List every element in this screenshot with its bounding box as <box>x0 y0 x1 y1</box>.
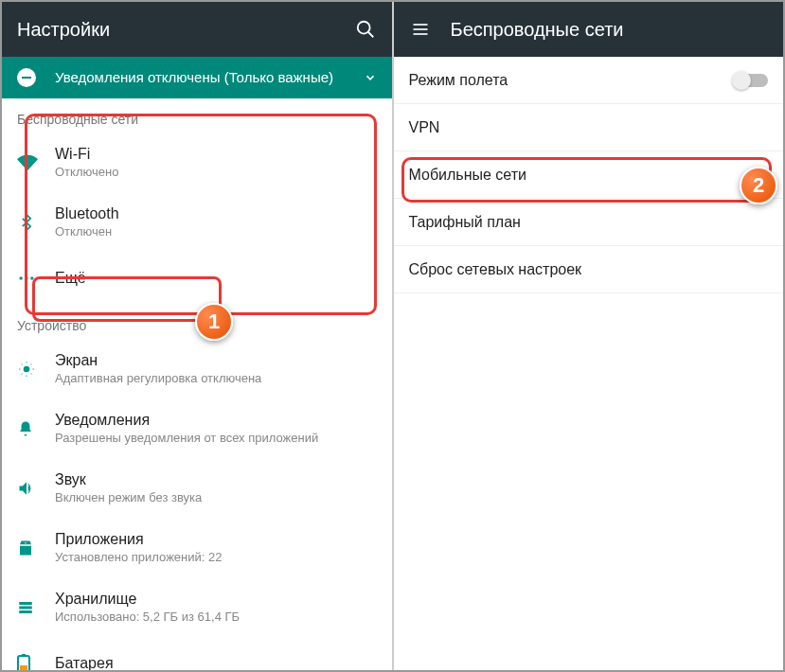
chevron-down-icon <box>364 71 377 84</box>
storage-label: Хранилище <box>55 591 377 608</box>
section-wireless: Беспроводные сети <box>2 98 392 133</box>
appbar-title-right: Беспроводные сети <box>451 19 769 41</box>
hamburger-icon[interactable] <box>409 18 432 41</box>
display-status: Адаптивная регулировка отключена <box>55 371 377 385</box>
more-label: Ещё <box>55 270 377 287</box>
row-bluetooth[interactable]: Bluetooth Отключен <box>2 192 392 252</box>
row-storage[interactable]: Хранилище Использовано: 5,2 ГБ из 61,4 Г… <box>2 577 392 637</box>
row-tariff[interactable]: Тарифный план <box>394 199 784 246</box>
row-vpn[interactable]: VPN <box>394 104 784 151</box>
svg-rect-8 <box>19 610 32 613</box>
svg-point-2 <box>20 276 23 279</box>
storage-icon <box>17 599 55 616</box>
row-apps[interactable]: Приложения Установлено приложений: 22 <box>2 518 392 577</box>
row-notifications[interactable]: Уведомления Разрешены уведомления от все… <box>2 398 392 458</box>
svg-rect-7 <box>19 606 32 609</box>
apps-status: Установлено приложений: 22 <box>55 550 377 564</box>
bell-icon <box>17 420 55 437</box>
row-network-reset[interactable]: Сброс сетевых настроек <box>394 246 784 293</box>
sound-status: Включен режим без звука <box>55 490 377 504</box>
svg-point-3 <box>25 276 27 279</box>
svg-rect-11 <box>20 665 27 670</box>
row-more[interactable]: Ещё <box>2 252 392 305</box>
wifi-icon <box>17 152 55 173</box>
callout-badge-2: 2 <box>740 167 777 204</box>
row-battery[interactable]: Батарея <box>2 637 392 670</box>
sound-icon <box>17 479 55 498</box>
notice-text: Уведомления отключены (Только важные) <box>55 68 356 87</box>
svg-point-5 <box>24 365 30 372</box>
minus-circle-icon <box>17 68 36 87</box>
apps-label: Приложения <box>55 531 377 548</box>
svg-point-4 <box>30 276 33 279</box>
notifications-status: Разрешены уведомления от всех приложений <box>55 431 377 445</box>
svg-rect-10 <box>22 654 26 656</box>
appbar-settings: Настройки <box>2 2 392 57</box>
display-label: Экран <box>55 352 377 369</box>
battery-label: Батарея <box>55 655 377 670</box>
airplane-label: Режим полета <box>409 72 735 89</box>
more-icon <box>17 269 55 288</box>
apps-icon <box>17 539 55 557</box>
bluetooth-status: Отключен <box>55 224 377 239</box>
wifi-status: Отключено <box>55 165 377 179</box>
tariff-label: Тарифный план <box>409 214 769 231</box>
notifications-label: Уведомления <box>55 412 377 429</box>
appbar-title: Настройки <box>17 19 354 41</box>
sound-label: Звук <box>55 471 377 488</box>
wifi-label: Wi-Fi <box>55 146 377 163</box>
row-airplane[interactable]: Режим полета <box>394 57 784 104</box>
notifications-disabled-banner[interactable]: Уведомления отключены (Только важные) <box>2 57 392 98</box>
row-wifi[interactable]: Wi-Fi Отключено <box>2 133 392 192</box>
storage-status: Использовано: 5,2 ГБ из 61,4 ГБ <box>55 610 377 624</box>
display-icon <box>17 360 55 379</box>
bluetooth-icon <box>17 213 55 232</box>
battery-icon <box>17 654 55 670</box>
bluetooth-label: Bluetooth <box>55 205 377 222</box>
reset-label: Сброс сетевых настроек <box>409 261 769 278</box>
vpn-label: VPN <box>409 119 769 136</box>
svg-line-1 <box>367 32 373 38</box>
row-display[interactable]: Экран Адаптивная регулировка отключена <box>2 339 392 398</box>
airplane-switch[interactable] <box>734 74 768 87</box>
svg-rect-6 <box>19 602 32 605</box>
row-mobile-networks[interactable]: Мобильные сети <box>394 151 784 199</box>
search-icon[interactable] <box>354 18 377 41</box>
svg-point-0 <box>357 22 369 34</box>
mobile-label: Мобильные сети <box>409 167 769 184</box>
callout-badge-1: 1 <box>195 303 233 341</box>
row-sound[interactable]: Звук Включен режим без звука <box>2 458 392 518</box>
appbar-wireless: Беспроводные сети <box>394 2 784 57</box>
